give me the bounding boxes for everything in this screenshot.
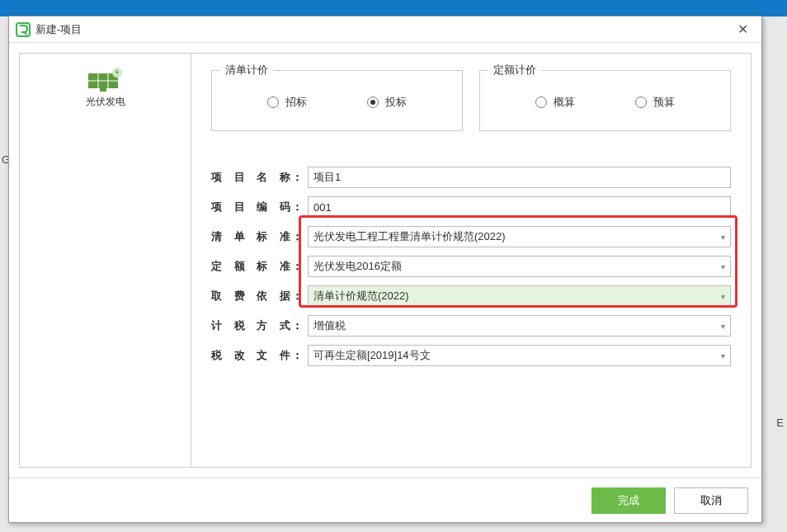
select-value: 可再生定额[2019]14号文 (313, 348, 431, 363)
radio-label: 招标 (285, 95, 307, 110)
row-quota-standard: 定额标准： 光伏发电2016定额 ▾ (211, 252, 731, 281)
project-type-sidebar: 光伏发电 (20, 54, 191, 467)
svg-rect-6 (100, 88, 106, 92)
select-list-standard[interactable]: 光伏发电工程工程量清单计价规范(2022) ▾ (308, 226, 731, 247)
label-tax-document: 税改文件 (211, 348, 290, 363)
solar-panel-icon (88, 67, 123, 92)
select-tax-document[interactable]: 可再生定额[2019]14号文 ▾ (308, 345, 731, 366)
list-pricing-fieldset: 清单计价 招标 投标 (211, 70, 463, 131)
dialog-body: 光伏发电 清单计价 招标 投标 (9, 43, 761, 478)
pricing-fieldsets: 清单计价 招标 投标 定额计价 (211, 70, 731, 131)
bg-letter-e: E (776, 417, 784, 429)
chevron-down-icon: ▾ (721, 351, 725, 360)
main-form-area: 清单计价 招标 投标 定额计价 (191, 54, 751, 467)
select-value: 清单计价规范(2022) (313, 289, 409, 304)
chevron-down-icon: ▾ (721, 322, 725, 331)
radio-budget[interactable]: 预算 (635, 95, 675, 110)
input-project-code[interactable] (308, 196, 731, 218)
quota-pricing-fieldset: 定额计价 概算 预算 (479, 70, 731, 131)
titlebar: 新建-项目 ✕ (9, 16, 761, 43)
radio-icon (635, 97, 647, 108)
radio-icon (267, 97, 279, 108)
radio-label: 投标 (385, 95, 407, 110)
row-project-name: 项目名称： (211, 162, 731, 192)
list-pricing-legend: 清单计价 (220, 63, 273, 78)
select-quota-standard[interactable]: 光伏发电2016定额 ▾ (308, 256, 731, 277)
radio-estimate[interactable]: 概算 (535, 95, 575, 110)
chevron-down-icon: ▾ (721, 262, 725, 271)
radio-icon (367, 97, 379, 108)
input-project-name[interactable] (308, 167, 731, 188)
radio-tender[interactable]: 招标 (267, 95, 307, 110)
sidebar-item-label: 光伏发电 (86, 95, 125, 109)
close-button[interactable]: ✕ (730, 20, 755, 40)
radio-icon (535, 97, 547, 108)
close-icon: ✕ (738, 21, 748, 37)
app-icon (16, 22, 31, 37)
select-value: 光伏发电工程工程量清单计价规范(2022) (313, 229, 506, 244)
select-fee-basis[interactable]: 清单计价规范(2022) ▾ (308, 285, 731, 307)
select-value: 增值税 (313, 318, 346, 333)
dialog-footer: 完成 取消 (9, 478, 761, 522)
sidebar-item-photovoltaic[interactable]: 光伏发电 (73, 60, 139, 115)
dialog-title: 新建-项目 (35, 22, 730, 37)
label-tax-method: 计税方式 (211, 318, 290, 333)
new-project-dialog: 新建-项目 ✕ (8, 16, 762, 523)
background-app-header (0, 0, 787, 16)
content-frame: 光伏发电 清单计价 招标 投标 (19, 53, 752, 468)
row-project-code: 项目编码： (211, 192, 731, 222)
form-fields: 项目名称： 项目编码： 清单标准： 光伏发电工程工程量清单计价规范(2022) … (211, 162, 731, 370)
row-fee-basis: 取费依据： 清单计价规范(2022) ▾ (211, 281, 731, 311)
quota-pricing-legend: 定额计价 (488, 63, 541, 78)
radio-bid[interactable]: 投标 (367, 95, 407, 110)
label-project-name: 项目名称 (211, 170, 290, 185)
cancel-button[interactable]: 取消 (674, 487, 748, 514)
confirm-button[interactable]: 完成 (591, 487, 666, 514)
row-tax-method: 计税方式： 增值税 ▾ (211, 311, 731, 341)
label-fee-basis: 取费依据 (211, 289, 290, 304)
chevron-down-icon: ▾ (721, 233, 725, 242)
select-tax-method[interactable]: 增值税 ▾ (308, 315, 731, 337)
label-quota-standard: 定额标准 (211, 259, 290, 274)
chevron-down-icon: ▾ (721, 292, 725, 301)
label-list-standard: 清单标准 (211, 229, 290, 244)
radio-label: 概算 (554, 95, 575, 110)
label-project-code: 项目编码 (211, 200, 290, 214)
select-value: 光伏发电2016定额 (313, 259, 402, 274)
row-tax-document: 税改文件： 可再生定额[2019]14号文 ▾ (211, 341, 731, 370)
radio-label: 预算 (653, 95, 675, 110)
row-list-standard: 清单标准： 光伏发电工程工程量清单计价规范(2022) ▾ (211, 222, 731, 252)
